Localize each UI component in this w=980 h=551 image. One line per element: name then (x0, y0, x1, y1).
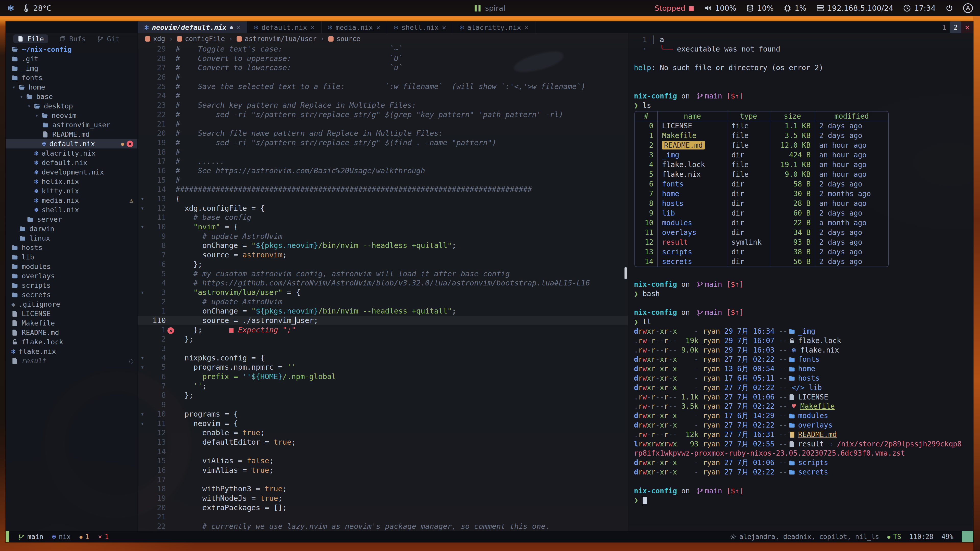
fold-indicator[interactable]: ▾ (138, 419, 147, 428)
tree-item[interactable]: ❄shell.nix (6, 205, 137, 214)
sign-column (166, 213, 176, 222)
file-name: scripts (662, 248, 692, 256)
file-date: 13 6月 00:54 (720, 364, 774, 374)
tree-item[interactable]: fonts (6, 73, 137, 83)
buffer-tab[interactable]: ❄alacritty.nix× (453, 21, 535, 33)
fold-indicator[interactable]: ▾ (138, 353, 147, 363)
buffer-tab[interactable]: ❄shell.nix× (387, 21, 453, 33)
tree-item[interactable]: scripts (6, 281, 137, 290)
buffer-tab[interactable]: ❄default.nix× (247, 21, 321, 33)
tree-item[interactable]: Makefile (6, 318, 137, 328)
tree-item[interactable]: ▾home (6, 83, 137, 92)
power-icon[interactable] (945, 4, 953, 12)
sign-column: × (166, 325, 176, 335)
code-area[interactable]: 29# Toggle text's case: `~`28# Convert t… (138, 44, 628, 531)
diagnostics-widget[interactable]: × 1 (98, 533, 109, 540)
git-branch-widget[interactable]: main (18, 533, 43, 540)
media-playback-widget[interactable]: Stopped ■ (655, 4, 694, 13)
tree-item[interactable]: LICENSE (6, 309, 137, 318)
tree-item[interactable]: result◌ (6, 356, 137, 365)
editor-scrollbar-thumb[interactable] (625, 267, 627, 279)
sign-column (166, 437, 176, 447)
tree-item[interactable]: ❄kitty.nix (6, 186, 137, 196)
tree-item[interactable]: README.md (6, 328, 137, 337)
tree-item[interactable]: ❄default.nix (6, 158, 137, 167)
tree-item[interactable]: README.md (6, 130, 137, 139)
breadcrumb-item[interactable]: source (328, 35, 360, 43)
fold-indicator[interactable]: ▾ (138, 362, 147, 372)
volume-widget[interactable]: 100% (704, 4, 736, 13)
buffer-tab[interactable]: ❄media.nix× (321, 21, 387, 33)
perm-char: x (647, 411, 651, 420)
cell-index: 14 (635, 257, 657, 267)
breadcrumb-item[interactable]: configFile (177, 35, 225, 43)
keyboard-layout-indicator[interactable]: A (963, 3, 973, 13)
breadcrumb-item[interactable]: astronvim/lua/user (237, 35, 317, 43)
tree-item[interactable]: modules (6, 262, 137, 271)
tree-item[interactable]: _img (6, 64, 137, 73)
explorer-tab-bufs[interactable]: Bufs (59, 35, 86, 43)
nixos-logo-icon[interactable]: ❄ (7, 3, 14, 13)
explorer-tab-git[interactable]: Git (97, 35, 119, 43)
tabpage-number[interactable]: 2 (950, 21, 961, 33)
tree-item[interactable]: ❄default.nix●× (6, 139, 137, 148)
fold-indicator[interactable]: ▾ (138, 222, 147, 232)
pause-icon[interactable] (475, 5, 480, 11)
gitignore-icon: ◆ (11, 300, 15, 308)
folder-open-icon (18, 84, 25, 91)
fold-indicator[interactable]: ▾ (138, 410, 147, 419)
perm-char: r (651, 430, 655, 439)
file-explorer-sidebar[interactable]: File Bufs Git (6, 33, 138, 531)
project-root[interactable]: ~/nix-config (6, 44, 137, 54)
close-icon[interactable]: × (310, 24, 314, 32)
tree-item[interactable]: overlays (6, 271, 137, 281)
tree-item[interactable]: darwin (6, 224, 137, 233)
tree-item[interactable]: ❄helix.nix (6, 177, 137, 186)
tree-item[interactable]: ▾base (6, 92, 137, 101)
close-icon[interactable]: × (376, 24, 380, 32)
tree-item[interactable]: ❄media.nix⚠ (6, 196, 137, 205)
cell-type: file (727, 141, 770, 150)
perm-char: - (660, 430, 664, 439)
tree-item[interactable]: ◆.gitignore (6, 300, 137, 309)
tree-item[interactable]: secrets (6, 290, 137, 300)
tree-item[interactable]: ▾desktop (6, 101, 137, 111)
changed-count: 1 (85, 533, 89, 540)
buffer-tab[interactable]: ❄neovim/default.nix●× (138, 21, 247, 33)
tree-item[interactable]: server (6, 214, 137, 224)
tree-item[interactable]: .git (6, 54, 137, 64)
fold-indicator (138, 63, 147, 73)
tree-item[interactable]: linux (6, 233, 137, 243)
git-changes-widget[interactable]: ● 1 (80, 533, 89, 540)
tree-item[interactable]: ❄development.nix (6, 167, 137, 177)
tree-item[interactable]: ❄flake.nix (6, 347, 137, 356)
tree-item[interactable]: lib (6, 252, 137, 262)
fold-indicator[interactable]: ▾ (138, 194, 147, 203)
breadcrumb-item[interactable]: xdg (145, 35, 165, 43)
tree-item[interactable]: flake.lock (6, 337, 137, 347)
explorer-tab-file[interactable]: File (13, 35, 48, 43)
terminal-window[interactable]: ❄neovim/default.nix●×❄default.nix×❄media… (6, 21, 974, 542)
tree-item[interactable]: hosts (6, 243, 137, 252)
clock-widget[interactable]: 17:34 (903, 4, 935, 13)
ll-row: .rw-r--r-- 3.5k ryan 27 7月 02:22 -- ♥ Ma… (634, 402, 974, 411)
close-icon[interactable]: × (525, 24, 528, 32)
terminal-pane[interactable]: 1 │ a · ╰── executable was not foundhelp… (628, 33, 974, 531)
tree-item[interactable]: ❄alacritty.nix (6, 148, 137, 158)
cpu-widget[interactable]: 1% (783, 4, 807, 13)
editor-pane[interactable]: xdg › configFile › astronvim/lua/user › … (138, 33, 628, 531)
network-widget[interactable]: 192.168.5.100/24 (816, 4, 894, 13)
tree-item[interactable]: ▾neovim (6, 111, 137, 120)
tabline-close-icon[interactable]: × (961, 21, 974, 33)
fold-indicator[interactable]: ▾ (138, 203, 147, 213)
close-icon[interactable]: × (236, 24, 240, 32)
code-token: ; (283, 484, 287, 493)
close-icon[interactable]: × (442, 24, 446, 32)
file-date: 27 7月 02:55 (720, 440, 774, 449)
tree-item[interactable]: astronvim_user (6, 120, 137, 130)
line-number: 3 (147, 344, 166, 353)
fold-indicator[interactable]: ▾ (138, 288, 147, 297)
tabpage-number[interactable]: 1 (939, 21, 950, 33)
disk-widget[interactable]: 10% (746, 4, 773, 13)
line-number: 22 (147, 522, 166, 531)
